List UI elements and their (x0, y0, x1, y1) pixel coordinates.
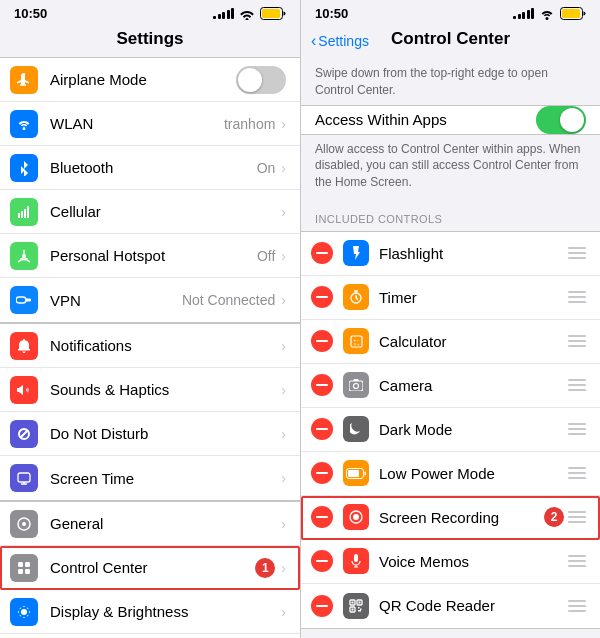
cellular-row[interactable]: Cellular › (0, 190, 300, 234)
screentime-chevron: › (281, 470, 286, 486)
timer-label: Timer (379, 289, 560, 306)
bluetooth-chevron: › (281, 160, 286, 176)
included-controls-group: Flashlight Timer +-×÷ Calculator (301, 231, 600, 629)
svg-rect-5 (27, 206, 29, 218)
dnd-label: Do Not Disturb (50, 425, 279, 442)
svg-rect-4 (24, 209, 26, 218)
camera-row[interactable]: Camera (301, 364, 600, 408)
cc-info-text: Swipe down from the top-right edge to op… (301, 57, 600, 105)
qrreader-row[interactable]: QR Code Reader (301, 584, 600, 628)
camera-icon (343, 372, 369, 398)
airplane-mode-row[interactable]: Airplane Mode (0, 58, 300, 102)
svg-point-17 (21, 609, 27, 615)
notifications-row[interactable]: Notifications › (0, 324, 300, 368)
svg-rect-14 (25, 562, 30, 567)
lowpower-row[interactable]: Low Power Mode (301, 452, 600, 496)
timer-row[interactable]: Timer (301, 276, 600, 320)
controlcenter-label: Control Center (50, 559, 249, 576)
hotspot-value: Off (257, 248, 275, 264)
screentime-label: Screen Time (50, 470, 279, 487)
bluetooth-row[interactable]: Bluetooth On › (0, 146, 300, 190)
hotspot-row[interactable]: Personal Hotspot Off › (0, 234, 300, 278)
sounds-icon (10, 376, 38, 404)
time-left: 10:50 (14, 6, 47, 21)
screenrecording-row[interactable]: Screen Recording 2 (301, 496, 600, 540)
voicememos-minus-btn[interactable] (311, 550, 333, 572)
screentime-row[interactable]: Screen Time › (0, 456, 300, 500)
svg-rect-1 (262, 9, 280, 18)
svg-rect-39 (352, 608, 354, 610)
svg-rect-15 (18, 569, 23, 574)
darkmode-minus-btn[interactable] (311, 418, 333, 440)
flashlight-row[interactable]: Flashlight (301, 232, 600, 276)
screenrecording-minus-btn[interactable] (311, 506, 333, 528)
access-within-apps-row[interactable]: Access Within Apps (301, 105, 600, 135)
airplane-icon (10, 66, 38, 94)
wlan-chevron: › (281, 116, 286, 132)
back-button[interactable]: ‹ Settings (311, 33, 369, 49)
time-right: 10:50 (315, 6, 348, 21)
timer-minus-btn[interactable] (311, 286, 333, 308)
cellular-icon (10, 198, 38, 226)
qrreader-minus-btn[interactable] (311, 595, 333, 617)
voicememos-label: Voice Memos (379, 553, 560, 570)
dnd-row[interactable]: Do Not Disturb › (0, 412, 300, 456)
svg-rect-38 (359, 601, 361, 603)
airplane-toggle[interactable] (236, 66, 286, 94)
svg-text:×÷: ×÷ (353, 341, 361, 347)
qrreader-icon (343, 593, 369, 619)
notifications-icon (10, 332, 38, 360)
status-icons-right (513, 7, 586, 20)
vpn-row[interactable]: VPN Not Connected › (0, 278, 300, 322)
settings-title: Settings (0, 29, 300, 49)
wlan-icon (10, 110, 38, 138)
wifi-icon-right (539, 8, 555, 20)
battery-icon (260, 7, 286, 20)
qrreader-drag-handle (568, 600, 586, 612)
darkmode-row[interactable]: Dark Mode (301, 408, 600, 452)
display-chevron: › (281, 604, 286, 620)
homescreen-row[interactable]: Home Screen › (0, 634, 300, 638)
svg-rect-16 (25, 569, 30, 574)
general-label: General (50, 515, 279, 532)
vpn-chevron: › (281, 292, 286, 308)
included-controls-header: INCLUDED CONTROLS (301, 199, 600, 231)
wlan-value: tranhom (224, 116, 275, 132)
battery-icon-right (560, 7, 586, 20)
sounds-row[interactable]: Sounds & Haptics › (0, 368, 300, 412)
voicememos-icon (343, 548, 369, 574)
step-badge-1: 1 (255, 558, 275, 578)
darkmode-label: Dark Mode (379, 421, 560, 438)
access-within-apps-toggle[interactable] (536, 106, 586, 134)
svg-rect-13 (18, 562, 23, 567)
controlcenter-row[interactable]: Control Center 1 › (0, 546, 300, 590)
flashlight-minus-btn[interactable] (311, 242, 333, 264)
camera-label: Camera (379, 377, 560, 394)
hotspot-label: Personal Hotspot (50, 247, 257, 264)
dnd-icon (10, 420, 38, 448)
voicememos-drag-handle (568, 555, 586, 567)
flashlight-icon (343, 240, 369, 266)
bluetooth-icon (10, 154, 38, 182)
wlan-row[interactable]: WLAN tranhom › (0, 102, 300, 146)
general-row[interactable]: General › (0, 502, 300, 546)
access-within-apps-label: Access Within Apps (315, 111, 536, 128)
svg-point-32 (353, 514, 359, 520)
svg-rect-22 (562, 9, 580, 18)
svg-rect-40 (358, 607, 360, 609)
camera-minus-btn[interactable] (311, 374, 333, 396)
calculator-minus-btn[interactable] (311, 330, 333, 352)
settings-group-notifications: Notifications › Sounds & Haptics › Do No… (0, 323, 300, 501)
svg-rect-37 (352, 601, 354, 603)
display-icon (10, 598, 38, 626)
settings-panel: 10:50 Settings (0, 0, 300, 638)
calculator-row[interactable]: +-×÷ Calculator (301, 320, 600, 364)
vpn-label: VPN (50, 292, 182, 309)
lowpower-minus-btn[interactable] (311, 462, 333, 484)
svg-point-12 (22, 522, 26, 526)
sounds-label: Sounds & Haptics (50, 381, 279, 398)
display-row[interactable]: Display & Brightness › (0, 590, 300, 634)
controlcenter-chevron: › (281, 560, 286, 576)
qrreader-label: QR Code Reader (379, 597, 560, 614)
voicememos-row[interactable]: Voice Memos (301, 540, 600, 584)
